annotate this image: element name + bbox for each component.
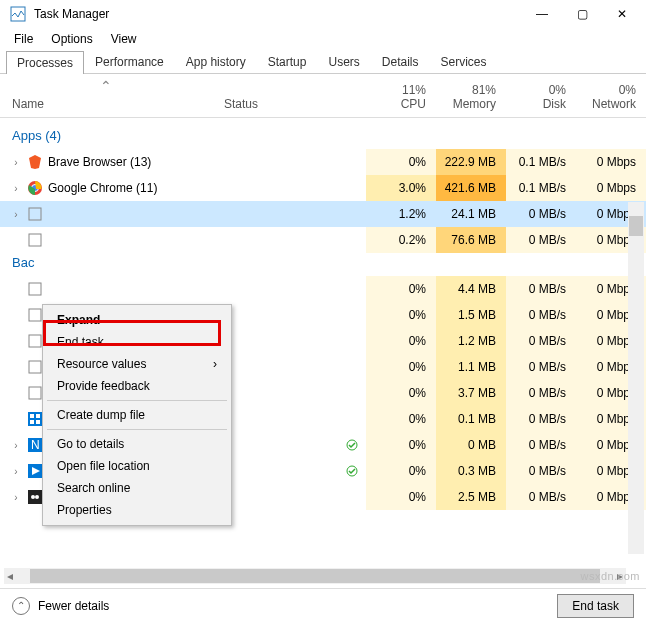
- disk-cell: 0 MB/s: [506, 227, 576, 253]
- context-item-properties[interactable]: Properties: [43, 499, 231, 521]
- disk-cell: 0 MB/s: [506, 432, 576, 458]
- context-item-label: Properties: [57, 503, 112, 517]
- menubar: File Options View: [0, 28, 646, 50]
- net-cell: 0 Mbps: [576, 149, 646, 175]
- cpu-cell: 3.0%: [366, 175, 436, 201]
- menu-view[interactable]: View: [103, 30, 145, 48]
- col-memory[interactable]: 81%Memory: [436, 83, 506, 111]
- cpu-cell: 0%: [366, 328, 436, 354]
- process-icon: [26, 232, 44, 248]
- mem-cell: 1.2 MB: [436, 328, 506, 354]
- titlebar: Task Manager — ▢ ✕: [0, 0, 646, 28]
- context-item-open-file-location[interactable]: Open file location: [43, 455, 231, 477]
- tab-strip: Processes Performance App history Startu…: [0, 50, 646, 74]
- cpu-cell: 0%: [366, 149, 436, 175]
- mem-cell: 0.1 MB: [436, 406, 506, 432]
- expand-chevron-icon[interactable]: ›: [10, 183, 22, 194]
- context-item-go-to-details[interactable]: Go to details: [43, 433, 231, 455]
- context-item-end-task[interactable]: End task: [43, 331, 231, 353]
- tab-users[interactable]: Users: [317, 50, 370, 73]
- expand-chevron-icon[interactable]: ›: [10, 209, 22, 220]
- context-item-provide-feedback[interactable]: Provide feedback: [43, 375, 231, 397]
- menu-options[interactable]: Options: [43, 30, 100, 48]
- minimize-button[interactable]: —: [522, 0, 562, 28]
- col-status[interactable]: Status: [224, 97, 366, 111]
- process-list: ⌃ Name Status 11%CPU 81%Memory 0%Disk 0%…: [0, 74, 646, 554]
- window-title: Task Manager: [32, 7, 522, 21]
- disk-cell: 0 MB/s: [506, 380, 576, 406]
- cpu-cell: 1.2%: [366, 201, 436, 227]
- scroll-thumb[interactable]: [629, 216, 643, 236]
- expand-chevron-icon[interactable]: ›: [10, 466, 22, 477]
- svg-rect-3: [29, 208, 41, 220]
- scroll-left-icon[interactable]: ◂: [4, 569, 16, 583]
- net-cell: 0 Mbps: [576, 175, 646, 201]
- tab-details[interactable]: Details: [371, 50, 430, 73]
- cpu-cell: 0%: [366, 406, 436, 432]
- close-button[interactable]: ✕: [602, 0, 642, 28]
- end-task-button[interactable]: End task: [557, 594, 634, 618]
- svg-rect-4: [29, 234, 41, 246]
- process-row-chrome[interactable]: ›Google Chrome (11)3.0%421.6 MB0.1 MB/s0…: [0, 175, 646, 201]
- tab-startup[interactable]: Startup: [257, 50, 318, 73]
- tab-performance[interactable]: Performance: [84, 50, 175, 73]
- process-name: Brave Browser (13): [48, 155, 366, 169]
- process-row-sel[interactable]: ›1.2%24.1 MB0 MB/s0 Mbps: [0, 201, 646, 227]
- sort-chevron-icon: ⌃: [100, 78, 112, 94]
- fewer-details-toggle[interactable]: ⌃ Fewer details: [12, 597, 557, 615]
- context-separator: [47, 429, 227, 430]
- mem-cell: 76.6 MB: [436, 227, 506, 253]
- submenu-chevron-icon: ›: [213, 357, 217, 371]
- context-item-label: Resource values: [57, 357, 146, 371]
- context-item-label: Go to details: [57, 437, 124, 451]
- process-row-hidden[interactable]: 0.2%76.6 MB0 MB/s0 Mbps: [0, 227, 646, 253]
- col-cpu[interactable]: 11%CPU: [366, 83, 436, 111]
- svg-rect-6: [29, 309, 41, 321]
- svg-rect-14: [36, 420, 40, 424]
- col-network[interactable]: 0%Network: [576, 83, 646, 111]
- context-item-resource-values[interactable]: Resource values›: [43, 353, 231, 375]
- context-item-create-dump-file[interactable]: Create dump file: [43, 404, 231, 426]
- task-manager-icon: [10, 6, 26, 22]
- tab-processes[interactable]: Processes: [6, 51, 84, 74]
- mem-cell: 24.1 MB: [436, 201, 506, 227]
- tab-app-history[interactable]: App history: [175, 50, 257, 73]
- context-item-label: Create dump file: [57, 408, 145, 422]
- process-icon: [26, 206, 44, 222]
- context-item-expand[interactable]: Expand: [43, 309, 231, 331]
- svg-rect-9: [29, 387, 41, 399]
- process-row-bg1[interactable]: 0%4.4 MB0 MB/s0 Mbps: [0, 276, 646, 302]
- expand-chevron-icon[interactable]: ›: [10, 492, 22, 503]
- expand-chevron-icon[interactable]: ›: [10, 157, 22, 168]
- section-background: Bac: [0, 253, 646, 276]
- context-item-label: Open file location: [57, 459, 150, 473]
- disk-cell: 0 MB/s: [506, 276, 576, 302]
- section-apps: Apps (4): [0, 118, 646, 149]
- scroll-thumb-h[interactable]: [30, 569, 600, 583]
- cpu-cell: 0%: [366, 380, 436, 406]
- status-badge-icon: [346, 439, 358, 451]
- vertical-scrollbar[interactable]: [628, 202, 644, 554]
- mem-cell: 4.4 MB: [436, 276, 506, 302]
- disk-cell: 0 MB/s: [506, 354, 576, 380]
- menu-file[interactable]: File: [6, 30, 41, 48]
- status-badge-icon: [346, 465, 358, 477]
- context-item-search-online[interactable]: Search online: [43, 477, 231, 499]
- process-row-brave[interactable]: ›Brave Browser (13)0%222.9 MB0.1 MB/s0 M…: [0, 149, 646, 175]
- expand-chevron-icon[interactable]: ›: [10, 440, 22, 451]
- col-name[interactable]: Name: [12, 97, 224, 111]
- mem-cell: 421.6 MB: [436, 175, 506, 201]
- tab-services[interactable]: Services: [430, 50, 498, 73]
- footer: ⌃ Fewer details End task: [0, 588, 646, 622]
- disk-cell: 0 MB/s: [506, 458, 576, 484]
- mem-cell: 1.1 MB: [436, 354, 506, 380]
- cpu-cell: 0%: [366, 302, 436, 328]
- col-disk[interactable]: 0%Disk: [506, 83, 576, 111]
- cpu-cell: 0.2%: [366, 227, 436, 253]
- horizontal-scrollbar[interactable]: ◂ ▸: [4, 568, 626, 584]
- process-icon: [26, 154, 44, 170]
- mem-cell: 1.5 MB: [436, 302, 506, 328]
- context-item-label: Search online: [57, 481, 130, 495]
- svg-rect-8: [29, 361, 41, 373]
- maximize-button[interactable]: ▢: [562, 0, 602, 28]
